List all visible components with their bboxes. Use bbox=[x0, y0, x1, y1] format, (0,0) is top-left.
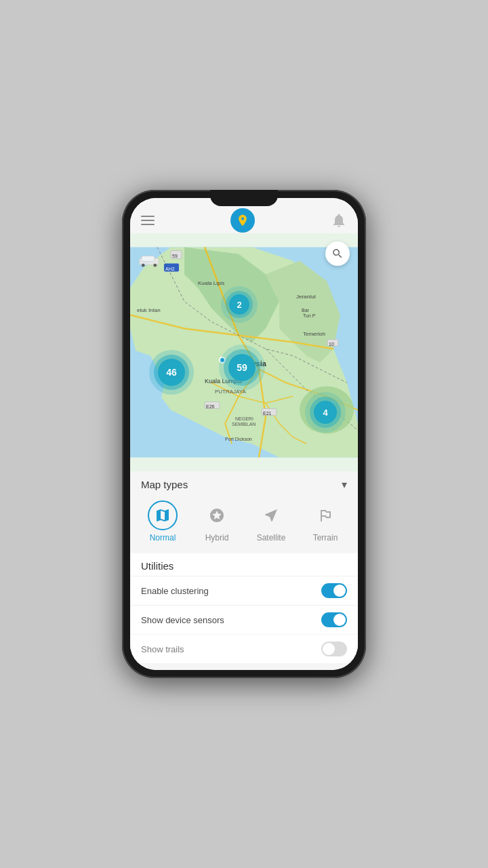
clustering-toggle[interactable] bbox=[321, 583, 347, 598]
utilities-section: Utilities Enable clustering Show device … bbox=[130, 553, 358, 663]
svg-text:eluk Intan: eluk Intan bbox=[137, 307, 161, 313]
device-sensors-label: Show device sensors bbox=[141, 615, 224, 625]
device-sensors-toggle[interactable] bbox=[321, 612, 347, 627]
map-types-header[interactable]: Map types ▾ bbox=[130, 471, 358, 495]
map-type-satellite-icon bbox=[256, 500, 286, 530]
clustering-label: Enable clustering bbox=[141, 586, 209, 596]
map-container[interactable]: Kuala Lipis Jerantut Bar Tun P Temerloh … bbox=[130, 233, 358, 471]
cluster-marker-59[interactable]: 59 bbox=[219, 344, 265, 391]
map-types-chevron: ▾ bbox=[342, 478, 347, 491]
map-search-button[interactable] bbox=[325, 241, 350, 266]
svg-text:10: 10 bbox=[329, 342, 334, 347]
svg-text:59: 59 bbox=[172, 254, 178, 258]
svg-text:SEMBILAN: SEMBILAN bbox=[232, 422, 256, 427]
bottom-panel: Map types ▾ Normal bbox=[130, 471, 358, 670]
svg-text:Bar: Bar bbox=[302, 308, 310, 313]
phone-frame: Kuala Lipis Jerantut Bar Tun P Temerloh … bbox=[122, 190, 366, 678]
cluster-59-label: 59 bbox=[237, 362, 247, 373]
svg-point-26 bbox=[142, 264, 145, 267]
map-type-normal-label: Normal bbox=[150, 533, 176, 542]
map-type-normal[interactable]: Normal bbox=[142, 498, 183, 545]
svg-text:E26: E26 bbox=[206, 404, 215, 409]
show-trails-toggle[interactable] bbox=[321, 642, 347, 656]
cluster-marker-2[interactable]: 2 bbox=[221, 286, 258, 323]
map-types-section: Map types ▾ Normal bbox=[130, 471, 358, 551]
svg-text:Jerantut: Jerantut bbox=[296, 294, 317, 300]
map-type-hybrid-icon bbox=[202, 500, 232, 530]
svg-text:Tun P: Tun P bbox=[303, 313, 316, 318]
map-type-satellite[interactable]: Satellite bbox=[251, 498, 291, 545]
phone-screen: Kuala Lipis Jerantut Bar Tun P Temerloh … bbox=[130, 198, 358, 670]
cluster-46-label: 46 bbox=[166, 367, 177, 378]
notch bbox=[210, 190, 278, 206]
car-icon bbox=[138, 254, 160, 270]
map-type-options: Normal Hybrid bbox=[130, 495, 358, 551]
cluster-2-label: 2 bbox=[237, 300, 241, 310]
map-type-terrain[interactable]: Terrain bbox=[305, 498, 346, 545]
map-type-satellite-label: Satellite bbox=[257, 533, 286, 542]
svg-rect-25 bbox=[142, 256, 155, 262]
cluster-marker-46[interactable]: 46 bbox=[149, 350, 194, 395]
utilities-title: Utilities bbox=[130, 553, 358, 576]
bell-icon[interactable] bbox=[331, 212, 347, 229]
svg-point-27 bbox=[153, 264, 157, 267]
clustering-row: Enable clustering bbox=[130, 576, 358, 605]
svg-text:Kuala Lipis: Kuala Lipis bbox=[198, 280, 224, 286]
device-sensors-row: Show device sensors bbox=[130, 605, 358, 634]
map-types-title: Map types bbox=[141, 479, 188, 490]
svg-text:Temerloh: Temerloh bbox=[303, 331, 325, 337]
svg-text:Port Dickson: Port Dickson bbox=[225, 437, 252, 441]
show-trails-label: Show trails bbox=[141, 644, 184, 654]
map-type-terrain-label: Terrain bbox=[313, 533, 338, 542]
map-type-hybrid[interactable]: Hybrid bbox=[197, 498, 237, 545]
cluster-4-label: 4 bbox=[323, 408, 327, 418]
svg-text:NEGERI: NEGERI bbox=[235, 416, 253, 421]
map-type-normal-icon bbox=[148, 500, 178, 530]
cluster-marker-4[interactable]: 4 bbox=[305, 392, 346, 433]
menu-icon[interactable] bbox=[141, 216, 155, 225]
svg-text:AH2: AH2 bbox=[165, 267, 175, 271]
app-logo[interactable] bbox=[230, 208, 255, 233]
svg-text:E21: E21 bbox=[263, 411, 272, 416]
map-type-hybrid-label: Hybrid bbox=[205, 533, 229, 542]
show-trails-row: Show trails bbox=[130, 634, 358, 663]
map-type-terrain-icon bbox=[310, 500, 340, 530]
